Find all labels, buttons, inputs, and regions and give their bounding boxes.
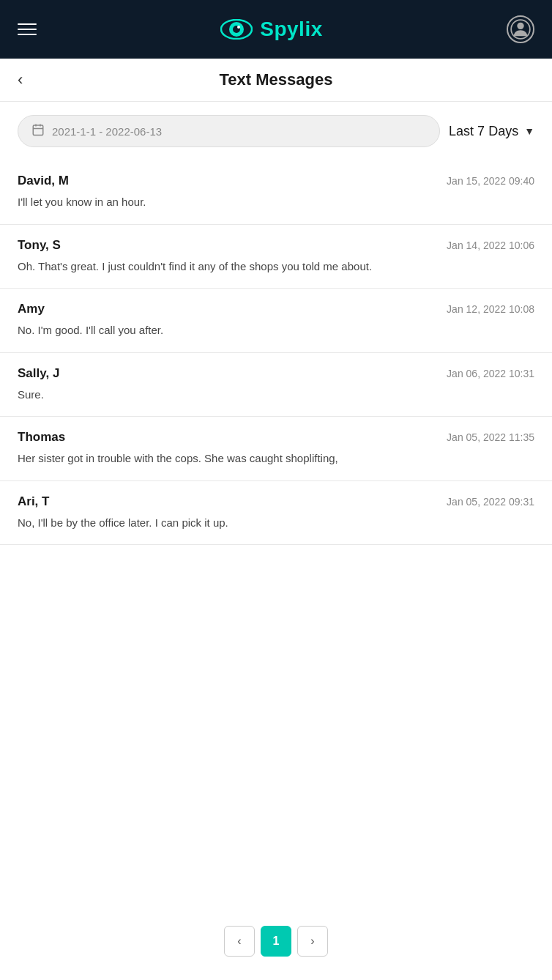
message-time: Jan 14, 2022 10:06 <box>447 240 534 251</box>
menu-button[interactable] <box>18 23 37 35</box>
logo-text: Spylix <box>260 18 322 41</box>
message-item[interactable]: Sally, J Jan 06, 2022 10:31 Sure. <box>0 353 552 417</box>
message-item[interactable]: Tony, S Jan 14, 2022 10:06 Oh. That's gr… <box>0 225 552 289</box>
message-sender: Ari, T <box>18 494 49 509</box>
svg-point-3 <box>237 26 240 29</box>
back-button[interactable]: ‹ <box>18 72 23 88</box>
pagination: ‹ 1 › <box>0 908 552 980</box>
calendar-icon <box>31 123 45 139</box>
next-page-button[interactable]: › <box>297 926 328 957</box>
message-item[interactable]: Thomas Jan 05, 2022 11:35 Her sister got… <box>0 417 552 481</box>
page-content: ‹ Text Messages 2021-1-1 - 2022-06-13 La… <box>0 59 552 980</box>
message-item[interactable]: Amy Jan 12, 2022 10:08 No. I'm good. I'l… <box>0 289 552 353</box>
message-header: Ari, T Jan 05, 2022 09:31 <box>18 494 534 509</box>
chevron-down-icon: ▼ <box>524 125 534 137</box>
title-bar: ‹ Text Messages <box>0 59 552 102</box>
message-header: Tony, S Jan 14, 2022 10:06 <box>18 238 534 253</box>
date-range-text: 2021-1-1 - 2022-06-13 <box>52 125 162 138</box>
message-time: Jan 05, 2022 09:31 <box>447 496 534 508</box>
user-avatar[interactable] <box>507 15 534 43</box>
message-time: Jan 15, 2022 09:40 <box>447 175 534 187</box>
message-sender: Amy <box>18 302 45 316</box>
message-item[interactable]: Ari, T Jan 05, 2022 09:31 No, I'll be by… <box>0 481 552 546</box>
message-preview: Oh. That's great. I just couldn't find i… <box>18 259 534 275</box>
message-preview: Sure. <box>18 387 534 404</box>
filter-bar: 2021-1-1 - 2022-06-13 Last 7 Days ▼ <box>0 102 552 160</box>
message-sender: David, M <box>18 174 69 188</box>
message-preview: No. I'm good. I'll call you after. <box>18 322 534 339</box>
app-header: Spylix <box>0 0 552 59</box>
svg-rect-6 <box>33 125 43 136</box>
message-sender: Thomas <box>18 430 65 445</box>
message-time: Jan 12, 2022 10:08 <box>447 303 534 315</box>
message-sender: Tony, S <box>18 238 61 253</box>
svg-point-4 <box>517 23 523 29</box>
logo-icon <box>220 19 253 40</box>
message-preview: I'll let you know in an hour. <box>18 194 534 211</box>
prev-page-button[interactable]: ‹ <box>224 926 255 957</box>
date-range-picker[interactable]: 2021-1-1 - 2022-06-13 <box>18 115 440 147</box>
message-time: Jan 06, 2022 10:31 <box>447 368 534 379</box>
avatar-icon <box>510 19 531 40</box>
message-header: Amy Jan 12, 2022 10:08 <box>18 302 534 316</box>
page-title: Text Messages <box>220 70 333 89</box>
message-header: Thomas Jan 05, 2022 11:35 <box>18 430 534 445</box>
message-preview: Her sister got in trouble with the cops.… <box>18 450 534 467</box>
message-header: Sally, J Jan 06, 2022 10:31 <box>18 366 534 381</box>
logo: Spylix <box>220 18 322 41</box>
message-time: Jan 05, 2022 11:35 <box>447 431 534 443</box>
message-list: David, M Jan 15, 2022 09:40 I'll let you… <box>0 160 552 908</box>
current-page-button[interactable]: 1 <box>261 926 291 957</box>
message-header: David, M Jan 15, 2022 09:40 <box>18 174 534 188</box>
days-filter-label: Last 7 Days <box>449 124 518 139</box>
message-item[interactable]: David, M Jan 15, 2022 09:40 I'll let you… <box>0 160 552 225</box>
message-preview: No, I'll be by the office later. I can p… <box>18 515 534 532</box>
message-sender: Sally, J <box>18 366 59 381</box>
days-filter-dropdown[interactable]: Last 7 Days ▼ <box>449 124 534 139</box>
